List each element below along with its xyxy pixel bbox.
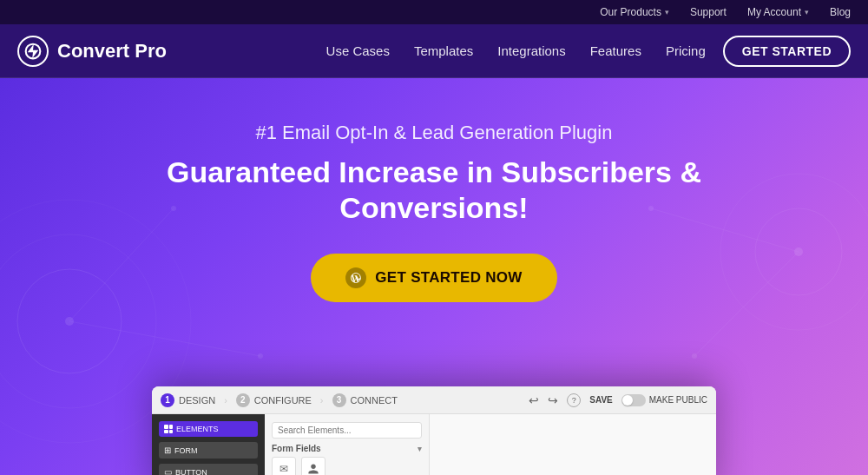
svg-point-10: [65, 317, 74, 326]
elements-button[interactable]: ELEMENTS: [159, 421, 258, 437]
button-group: ▭ BUTTON: [159, 464, 258, 475]
nav-use-cases[interactable]: Use Cases: [326, 43, 390, 58]
logo[interactable]: Convert Pro: [17, 36, 167, 67]
form-fields-section: Form Fields ▾: [272, 444, 422, 453]
button-button[interactable]: ▭ BUTTON: [159, 464, 258, 475]
step-divider-1: ›: [224, 395, 227, 406]
grid-icon: [164, 425, 173, 433]
nav-integrations[interactable]: Integrations: [497, 43, 565, 58]
svg-line-7: [69, 321, 260, 356]
sidebar-panel: ELEMENTS ⊞ FORM ▭ BUTTON: [152, 414, 265, 475]
our-products-chevron-icon: ▾: [665, 8, 669, 16]
form-button[interactable]: ⊞ FORM: [159, 442, 258, 459]
main-nav: Convert Pro Use Cases Templates Integrat…: [0, 24, 868, 78]
step-divider-2: ›: [320, 395, 324, 406]
step-2-number: 2: [236, 393, 250, 407]
logo-text: Convert Pro: [57, 40, 167, 63]
our-products-link[interactable]: Our Products ▾: [600, 6, 669, 18]
svg-point-15: [692, 353, 697, 359]
top-bar: Our Products ▾ Support My Account ▾ Blog: [0, 0, 868, 24]
step-3-number: 3: [332, 393, 346, 407]
step-2-label: CONFIGURE: [254, 395, 312, 406]
hero-cta-label: GET STARTED NOW: [375, 269, 522, 287]
search-elements-input[interactable]: [272, 422, 422, 439]
element-icons: ✉: [272, 457, 422, 475]
nav-templates[interactable]: Templates: [414, 43, 473, 58]
support-link[interactable]: Support: [690, 6, 727, 18]
my-account-link[interactable]: My Account ▾: [747, 6, 809, 18]
svg-point-13: [258, 353, 263, 359]
wordpress-icon: [345, 267, 366, 288]
step-3-label: CONNECT: [351, 395, 398, 406]
dashboard-header: 1 DESIGN › 2 CONFIGURE › 3 CONNECT ↩ ↪ ?…: [152, 386, 716, 414]
make-public-toggle[interactable]: MAKE PUBLIC: [621, 394, 707, 406]
hero-title: Guaranteed Increase in Subscribers & Con…: [130, 155, 738, 226]
user-icon-box[interactable]: [301, 457, 326, 475]
form-group: ⊞ FORM: [159, 442, 258, 459]
logo-icon: [17, 36, 49, 67]
step-design: 1 DESIGN: [161, 393, 215, 407]
nav-pricing[interactable]: Pricing: [666, 43, 706, 58]
hero-content: #1 Email Opt-In & Lead Generation Plugin…: [130, 122, 738, 302]
button-icon: ▭: [164, 467, 172, 475]
hero-subtitle: #1 Email Opt-In & Lead Generation Plugin: [130, 122, 738, 144]
dashboard-preview: 1 DESIGN › 2 CONFIGURE › 3 CONNECT ↩ ↪ ?…: [152, 386, 716, 475]
step-configure: 2 CONFIGURE: [236, 393, 312, 407]
elements-panel: Form Fields ▾ ✉: [265, 414, 430, 475]
hero-section: #1 Email Opt-In & Lead Generation Plugin…: [0, 78, 868, 475]
save-label: SAVE: [589, 395, 613, 405]
undo-button[interactable]: ↩: [529, 393, 539, 407]
form-fields-arrow: ▾: [418, 445, 422, 453]
redo-button[interactable]: ↪: [548, 393, 558, 407]
hero-cta-button[interactable]: GET STARTED NOW: [311, 254, 556, 302]
nav-links: Use Cases Templates Integrations Feature…: [326, 43, 706, 58]
my-account-chevron-icon: ▾: [805, 8, 809, 16]
step-1-number: 1: [161, 393, 174, 407]
help-button[interactable]: ?: [567, 393, 581, 407]
form-icon: ⊞: [164, 445, 171, 455]
blog-link[interactable]: Blog: [830, 6, 851, 18]
email-icon-box[interactable]: ✉: [272, 457, 296, 475]
elements-group: ELEMENTS: [159, 421, 258, 437]
get-started-button[interactable]: GET STARTED: [723, 36, 851, 67]
make-public-label: MAKE PUBLIC: [649, 395, 707, 405]
canvas-area[interactable]: [430, 414, 716, 475]
dashboard-body: ELEMENTS ⊞ FORM ▭ BUTTON: [152, 414, 716, 475]
step-1-label: DESIGN: [179, 395, 215, 406]
nav-features[interactable]: Features: [590, 43, 641, 58]
svg-point-11: [794, 247, 803, 256]
step-connect: 3 CONNECT: [332, 393, 398, 407]
